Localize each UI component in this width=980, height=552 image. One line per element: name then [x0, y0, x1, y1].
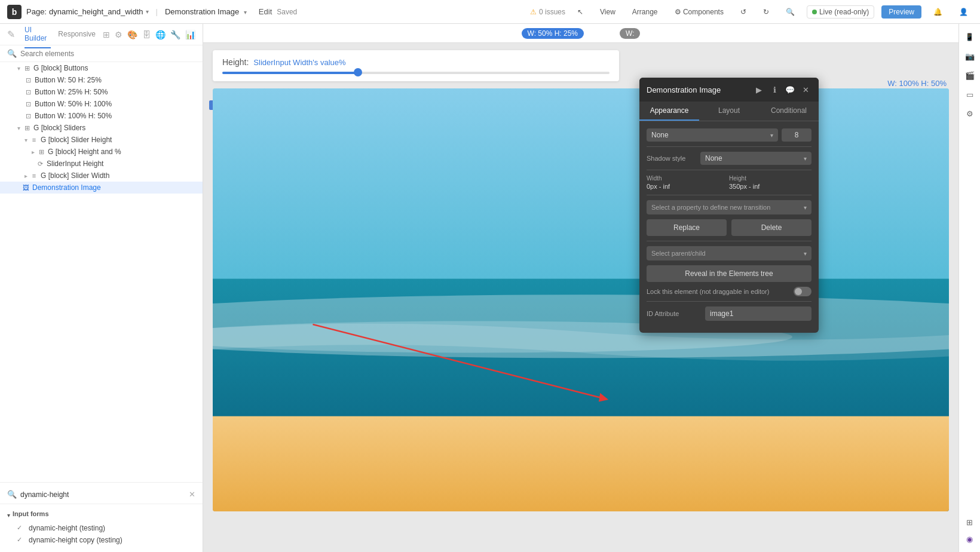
tree-item-demo-image[interactable]: 🖼 Demonstration Image	[0, 182, 203, 194]
page-dropdown-arrow[interactable]: ▾	[146, 8, 149, 15]
play-icon[interactable]: ▶	[753, 84, 765, 96]
border-radius-input[interactable]: 8	[782, 128, 811, 142]
slider-thumb[interactable]	[354, 68, 362, 76]
height-control-panel: Height: SliderInput Width's value%	[213, 50, 619, 81]
element-icon: ⊡	[24, 100, 32, 108]
delete-button[interactable]: Delete	[731, 219, 811, 236]
user-button[interactable]: 👤	[954, 5, 973, 19]
reveal-button[interactable]: Reveal in the Elements tree	[647, 265, 811, 282]
arrow-icon: ▸	[29, 149, 37, 155]
live-dot	[812, 10, 817, 14]
lock-row: Lock this element (not draggable in edit…	[647, 287, 811, 296]
view-button[interactable]: View	[595, 5, 620, 19]
lock-toggle[interactable]	[794, 287, 811, 296]
shadow-select[interactable]: None ▾	[700, 152, 811, 165]
elements-tree: ▾ ⊞ G [block] Buttons ⊡ Button W: 50 H: …	[0, 62, 203, 482]
camera-icon[interactable]: 📷	[961, 48, 978, 65]
clear-search-icon[interactable]: ✕	[189, 490, 195, 499]
edit-label: Edit	[259, 7, 272, 16]
element-icon: ⊡	[24, 112, 32, 120]
beach-background	[213, 88, 949, 511]
border-select[interactable]: None ▾	[647, 128, 778, 142]
rows-icon: ≡	[30, 136, 38, 144]
device-icon[interactable]: 📱	[961, 29, 978, 45]
arrange-button[interactable]: Arrange	[627, 5, 663, 19]
tools-icon[interactable]: 🔧	[170, 30, 180, 39]
globe-icon[interactable]: 🌐	[155, 30, 166, 39]
chart-icon[interactable]: 📊	[185, 30, 195, 39]
border-dropdown-arrow: ▾	[770, 132, 773, 139]
palette-icon[interactable]: 🎨	[127, 30, 137, 39]
tab-appearance[interactable]: Appearance	[639, 102, 699, 121]
settings-icon[interactable]: ⚙	[115, 30, 122, 39]
notifications-button[interactable]: 🔔	[929, 5, 947, 19]
section-arrow-icon: ▾	[7, 512, 10, 519]
arrow-icon: ▾	[14, 65, 23, 72]
layers-icon[interactable]: ▭	[961, 86, 978, 103]
tree-item-label: Button W: 50% H: 100%	[35, 100, 112, 108]
tree-item-sliders[interactable]: ▾ ⊞ G [block] Sliders	[0, 122, 203, 134]
undo-button[interactable]: ↺	[736, 5, 751, 19]
live-button[interactable]: Live (read-only)	[807, 5, 874, 19]
preview-button[interactable]: Preview	[881, 5, 921, 19]
tree-item-btn2[interactable]: ⊡ Button W: 25% H: 50%	[0, 86, 203, 98]
shadow-label: Shadow style	[647, 155, 700, 162]
tab-layout[interactable]: Layout	[699, 102, 759, 121]
parent-child-label: Select parent/child	[651, 250, 706, 257]
video-icon[interactable]: 🎬	[961, 67, 978, 84]
slider-icon: ⟳	[36, 160, 44, 168]
tree-item-label: G [block] Sliders	[33, 124, 85, 132]
components-grid-icon[interactable]: ⊞	[961, 514, 978, 530]
info-icon[interactable]: ℹ	[768, 84, 780, 96]
beach-svg	[213, 88, 949, 511]
search-results-input-row[interactable]: 🔍 ✕	[0, 487, 203, 504]
id-label: ID Attribute	[647, 310, 700, 317]
parent-child-select[interactable]: Select parent/child ▾	[647, 246, 811, 260]
bottom-icons: ⊞ ◉	[961, 514, 978, 547]
rows-icon: ≡	[30, 171, 38, 180]
replace-button[interactable]: Replace	[647, 219, 727, 236]
circle-icon[interactable]: ◉	[961, 530, 978, 547]
tree-item-sliderinput-height[interactable]: ⟳ SliderInput Height	[0, 158, 203, 170]
component-selector[interactable]: Demonstration Image ▾	[165, 7, 247, 16]
sidebar-mode-icon[interactable]: ✎	[7, 29, 15, 40]
element-search[interactable]: 🔍	[0, 45, 203, 62]
close-icon[interactable]: ✕	[800, 84, 811, 96]
border-row: None ▾ 8	[647, 128, 811, 142]
transition-select[interactable]: Select a property to define new transiti…	[647, 200, 811, 214]
tree-item-btn1[interactable]: ⊡ Button W: 50 H: 25%	[0, 74, 203, 86]
tab-conditional[interactable]: Conditional	[759, 102, 819, 121]
components-button[interactable]: ⚙ Components	[670, 5, 728, 19]
height-link[interactable]: SliderInput Width's value%	[253, 58, 345, 67]
block-icon: ⊞	[37, 148, 45, 156]
comment-icon[interactable]: 💬	[784, 84, 796, 96]
tree-item-label: G [block] Height and %	[48, 148, 121, 156]
search-button[interactable]: 🔍	[781, 5, 800, 19]
redo-button[interactable]: ↻	[758, 5, 774, 19]
tree-item-height-pct[interactable]: ▸ ⊞ G [block] Height and %	[0, 146, 203, 158]
slider-track[interactable]	[222, 72, 610, 74]
check-icon: ✓	[17, 524, 25, 532]
search-result-1[interactable]: ✓ dynamic-height (testing)	[7, 522, 195, 534]
image-icon: 🖼	[22, 183, 30, 192]
lock-label: Lock this element (not draggable in edit…	[647, 288, 789, 295]
search-query-input[interactable]	[20, 490, 185, 499]
id-input[interactable]	[705, 306, 811, 321]
tree-item-btn3[interactable]: ⊡ Button W: 50% H: 100%	[0, 98, 203, 110]
tree-item-slider-height[interactable]: ▾ ≡ G [block] Slider Height	[0, 134, 203, 146]
tree-item-buttons[interactable]: ▾ ⊞ G [block] Buttons	[0, 62, 203, 74]
search-result-2[interactable]: ✓ dynamic-height copy (testing)	[7, 534, 195, 546]
gear-icon[interactable]: ⚙	[961, 105, 978, 122]
pointer-tool[interactable]: ↖	[572, 5, 588, 19]
tree-item-label: G [block] Buttons	[33, 64, 88, 72]
component-dropdown-arrow[interactable]: ▾	[244, 9, 247, 16]
tree-item-btn4[interactable]: ⊡ Button W: 100% H: 50%	[0, 110, 203, 122]
tab-responsive[interactable]: Responsive	[58, 25, 96, 44]
tree-item-slider-width[interactable]: ▸ ≡ G [block] Slider Width	[0, 170, 203, 182]
search-input[interactable]	[20, 50, 195, 58]
database-icon[interactable]: 🗄	[142, 30, 151, 39]
tab-ui-builder[interactable]: UI Builder	[24, 21, 51, 48]
page-selector[interactable]: Page: dynamic_height_and_width ▾	[26, 7, 149, 16]
block-icon: ⊞	[23, 124, 31, 132]
hierarchy-icon[interactable]: ⊞	[103, 30, 110, 39]
